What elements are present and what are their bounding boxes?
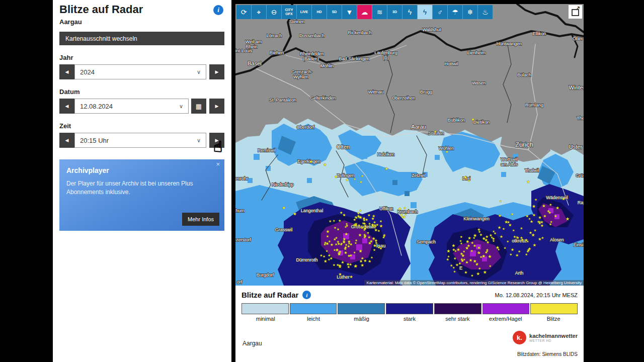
svg-text:★: ★: [482, 254, 486, 258]
svg-text:★: ★: [562, 197, 565, 201]
radar-hd-icon[interactable]: HD: [312, 5, 327, 19]
refresh-icon[interactable]: ⟳: [236, 5, 251, 19]
svg-text:Hottwil: Hottwil: [444, 61, 458, 66]
svg-text:★: ★: [344, 251, 347, 255]
svg-text:★: ★: [486, 248, 489, 251]
year-next-button[interactable]: ▶: [209, 64, 224, 79]
bio-weather-icon[interactable]: ♨: [478, 5, 493, 19]
svg-text:★: ★: [340, 211, 343, 214]
legend-segment: [338, 303, 385, 314]
svg-text:★: ★: [360, 180, 362, 184]
svg-text:★: ★: [334, 226, 337, 229]
svg-text:★: ★: [354, 264, 357, 268]
svg-text:★: ★: [500, 200, 502, 203]
svg-text:★: ★: [556, 206, 559, 210]
radar-sd-icon[interactable]: SD: [327, 5, 342, 19]
svg-text:★: ★: [398, 207, 401, 211]
svg-text:★: ★: [309, 159, 313, 164]
svg-text:★: ★: [364, 258, 367, 263]
svg-text:★: ★: [485, 238, 488, 242]
svg-text:Steinen: Steinen: [289, 19, 305, 24]
svg-text:★: ★: [404, 206, 407, 210]
svg-text:★: ★: [498, 248, 500, 251]
svg-text:★: ★: [355, 239, 358, 242]
year-select[interactable]: 2024 ∨: [74, 64, 206, 79]
legend-segment-label: sehr stark: [434, 316, 481, 322]
map-section-switch-button[interactable]: Kartenausschnitt wechseln: [59, 32, 224, 45]
date-select[interactable]: 12.08.2024 ∨: [74, 99, 189, 114]
calendar-button[interactable]: ▦: [191, 99, 206, 114]
map-canvas[interactable]: SteinenLörrachWeil amRheinaint-LouisBase…: [235, 4, 584, 286]
date-prev-button[interactable]: ◀: [59, 99, 74, 114]
date-next-button[interactable]: ▶: [209, 99, 224, 114]
storm-track-icon[interactable]: ♂: [433, 5, 447, 19]
svg-text:orf: orf: [237, 280, 243, 285]
svg-text:The: The: [577, 116, 584, 121]
svg-text:★: ★: [373, 221, 376, 224]
svg-text:★: ★: [355, 223, 358, 227]
more-info-button[interactable]: Mehr Infos: [182, 213, 219, 226]
legend-segment: [530, 303, 578, 314]
svg-text:★: ★: [520, 236, 523, 239]
svg-text:★: ★: [460, 235, 462, 238]
rain-rate-icon[interactable]: ≋: [372, 5, 387, 19]
lightning-radar-icon[interactable]: ϟ: [418, 5, 432, 19]
svg-text:Alosen: Alosen: [550, 237, 564, 242]
svg-text:am Albis: am Albis: [501, 162, 518, 167]
svg-text:★: ★: [453, 257, 456, 260]
svg-text:★: ★: [446, 258, 449, 261]
filter-icon[interactable]: ▼: [342, 5, 357, 19]
snow-icon[interactable]: ❄: [463, 5, 477, 19]
svg-text:★: ★: [461, 258, 464, 263]
lightning-icon[interactable]: ϟ: [403, 5, 417, 19]
map-container[interactable]: SteinenLörrachWeil amRheinaint-LouisBase…: [235, 4, 584, 286]
svg-text:Basel: Basel: [248, 60, 262, 66]
time-prev-button[interactable]: ◀: [59, 133, 74, 148]
svg-text:Dossenbach: Dossenbach: [299, 33, 325, 38]
svg-text:★: ★: [540, 224, 543, 227]
3d-view-icon[interactable]: 3D: [387, 5, 402, 19]
zoom-out-icon[interactable]: ⊖: [267, 5, 281, 19]
svg-text:★: ★: [347, 265, 350, 268]
svg-text:★: ★: [476, 272, 480, 276]
info-icon[interactable]: i: [302, 291, 311, 299]
legend-title: Blitze auf Radar: [242, 291, 298, 299]
svg-text:★: ★: [534, 198, 537, 201]
svg-text:★: ★: [328, 240, 331, 243]
svg-text:★: ★: [460, 242, 463, 245]
svg-text:enrohr: enrohr: [235, 176, 248, 181]
time-select[interactable]: 20:15 Uhr ∨: [74, 133, 206, 148]
svg-text:★: ★: [282, 206, 285, 210]
legend-segment-label: Blitze: [530, 316, 578, 322]
svg-text:★: ★: [400, 213, 403, 217]
lightning-data-source: Blitzdaten: Siemens BLIDS: [517, 351, 578, 357]
svg-text:Bad Säckingen: Bad Säckingen: [339, 56, 370, 61]
svg-text:★: ★: [468, 236, 471, 240]
svg-text:★: ★: [457, 247, 460, 252]
svg-text:★: ★: [361, 226, 364, 229]
svg-text:★: ★: [469, 258, 472, 262]
svg-text:★: ★: [359, 215, 362, 220]
city-gfx-icon[interactable]: CITY GFX: [282, 5, 296, 19]
location-search-icon[interactable]: ⌖: [252, 5, 266, 19]
svg-text:★: ★: [511, 248, 514, 252]
svg-text:★: ★: [335, 236, 338, 239]
close-icon[interactable]: ×: [216, 160, 220, 168]
svg-text:★: ★: [447, 255, 450, 258]
svg-text:★: ★: [492, 239, 495, 242]
svg-text:★: ★: [505, 220, 508, 224]
warning-icon[interactable]: ☂: [448, 5, 462, 19]
precipitation-icon[interactable]: ☁: [357, 5, 372, 19]
svg-text:★: ★: [483, 270, 487, 275]
live-view-icon[interactable]: LIVE: [297, 5, 311, 19]
share-button[interactable]: ↗: [569, 5, 582, 19]
svg-text:★: ★: [338, 263, 342, 268]
time-next-button[interactable]: ▶: [209, 133, 224, 148]
svg-text:★: ★: [475, 263, 478, 266]
svg-text:★: ★: [359, 209, 362, 212]
legend-segment: [290, 303, 337, 314]
svg-text:★: ★: [452, 243, 455, 248]
year-prev-button[interactable]: ◀: [59, 64, 74, 79]
svg-text:Brugg: Brugg: [420, 89, 432, 95]
info-icon[interactable]: i: [213, 5, 223, 15]
